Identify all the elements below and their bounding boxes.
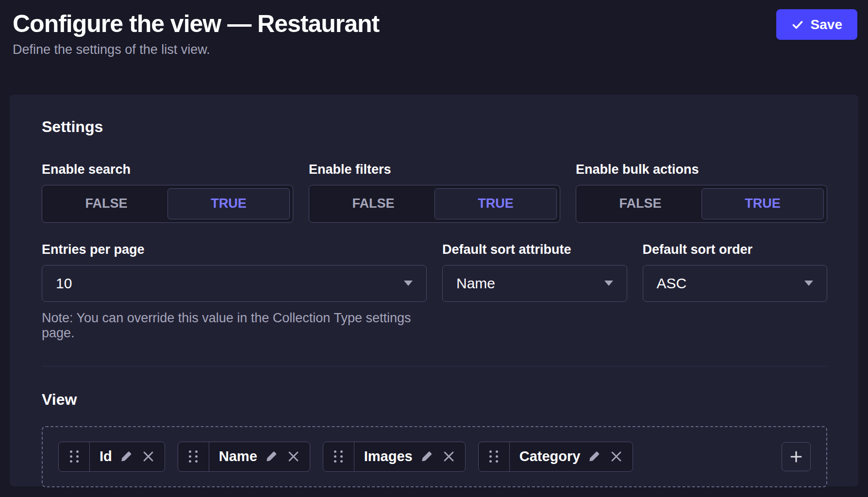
edit-field-icon[interactable] bbox=[120, 450, 133, 463]
field-label: Default sort attribute bbox=[442, 242, 627, 257]
drag-handle-icon[interactable] bbox=[59, 442, 90, 471]
enable-search-toggle[interactable]: FALSE TRUE bbox=[42, 185, 293, 223]
chevron-down-icon bbox=[604, 281, 613, 286]
entries-per-page-hint: Note: You can override this value in the… bbox=[42, 311, 427, 341]
field-enable-filters: Enable filters FALSE TRUE bbox=[309, 162, 560, 223]
field-default-sort-order: Default sort order ASC bbox=[643, 242, 828, 341]
field-chip-label: Images bbox=[354, 448, 420, 464]
default-sort-attribute-select[interactable]: Name bbox=[442, 265, 627, 302]
field-label: Enable filters bbox=[309, 162, 560, 177]
drag-handle-icon[interactable] bbox=[178, 442, 209, 471]
enable-bulk-actions-false-option[interactable]: FALSE bbox=[579, 188, 701, 219]
section-divider bbox=[42, 366, 827, 366]
field-label: Enable search bbox=[42, 162, 293, 177]
edit-field-icon[interactable] bbox=[265, 450, 278, 463]
plus-icon bbox=[788, 449, 804, 464]
settings-toggles-row: Enable search FALSE TRUE Enable filters … bbox=[42, 162, 827, 341]
field-chip-label: Category bbox=[510, 448, 588, 464]
field-chip-images[interactable]: Images bbox=[323, 442, 466, 472]
entries-per-page-select[interactable]: 10 bbox=[42, 265, 427, 302]
remove-field-icon[interactable] bbox=[610, 450, 623, 463]
field-label: Default sort order bbox=[643, 242, 828, 257]
drag-handle-icon[interactable] bbox=[323, 442, 354, 471]
field-enable-search: Enable search FALSE TRUE bbox=[42, 162, 293, 223]
settings-heading: Settings bbox=[42, 118, 827, 136]
default-sort-attribute-value: Name bbox=[456, 275, 495, 292]
page-title: Configure the view — Restaurant bbox=[13, 9, 856, 39]
drag-handle-icon[interactable] bbox=[479, 442, 510, 471]
enable-bulk-actions-toggle[interactable]: FALSE TRUE bbox=[576, 185, 827, 223]
page-header: Configure the view — Restaurant Define t… bbox=[0, 0, 868, 57]
field-chip-name[interactable]: Name bbox=[178, 442, 310, 472]
edit-field-icon[interactable] bbox=[420, 450, 434, 463]
add-field-button[interactable] bbox=[782, 442, 811, 471]
default-sort-order-select[interactable]: ASC bbox=[643, 265, 828, 302]
enable-filters-true-option[interactable]: TRUE bbox=[434, 188, 557, 219]
field-label: Entries per page bbox=[42, 242, 427, 257]
field-default-sort-attribute: Default sort attribute Name bbox=[442, 242, 627, 341]
enable-bulk-actions-true-option[interactable]: TRUE bbox=[701, 188, 824, 219]
field-chip-label: Name bbox=[209, 448, 265, 464]
field-enable-bulk-actions: Enable bulk actions FALSE TRUE bbox=[576, 162, 827, 223]
enable-filters-false-option[interactable]: FALSE bbox=[312, 188, 434, 219]
enable-search-true-option[interactable]: TRUE bbox=[167, 188, 290, 219]
settings-card: Settings Enable search FALSE TRUE Enable… bbox=[10, 95, 858, 486]
chevron-down-icon bbox=[804, 281, 813, 286]
remove-field-icon[interactable] bbox=[287, 450, 300, 463]
view-heading: View bbox=[42, 391, 827, 409]
save-button[interactable]: Save bbox=[776, 9, 857, 40]
save-button-label: Save bbox=[811, 17, 842, 33]
chevron-down-icon bbox=[404, 281, 413, 286]
page-subtitle: Define the settings of the list view. bbox=[13, 42, 856, 57]
field-chip-id[interactable]: Id bbox=[58, 442, 165, 472]
field-chip-label: Id bbox=[90, 448, 120, 464]
check-icon bbox=[791, 18, 804, 31]
view-fields-dropzone: Id Name bbox=[42, 426, 827, 487]
remove-field-icon[interactable] bbox=[142, 450, 155, 463]
field-chip-category[interactable]: Category bbox=[478, 442, 634, 472]
entries-per-page-value: 10 bbox=[56, 275, 72, 292]
enable-filters-toggle[interactable]: FALSE TRUE bbox=[309, 185, 560, 223]
enable-search-false-option[interactable]: FALSE bbox=[45, 188, 167, 219]
field-entries-per-page: Entries per page 10 Note: You can overri… bbox=[42, 242, 427, 341]
default-sort-order-value: ASC bbox=[657, 275, 687, 292]
field-label: Enable bulk actions bbox=[576, 162, 827, 177]
edit-field-icon[interactable] bbox=[588, 450, 601, 463]
remove-field-icon[interactable] bbox=[442, 450, 455, 463]
